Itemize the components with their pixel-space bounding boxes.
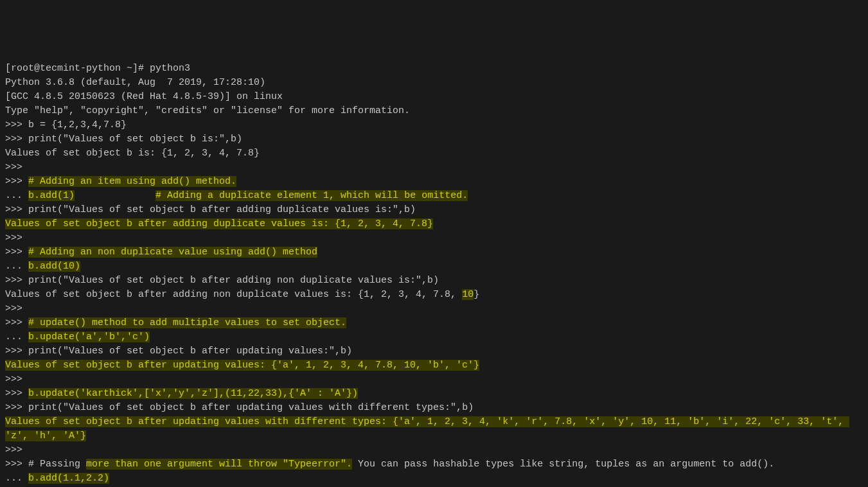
repl-line[interactable]: ... b.update('a','b','c'): [5, 330, 863, 344]
ps1-prompt: >>>: [5, 162, 28, 173]
comment-update: # update() method to add multiple values…: [28, 317, 346, 328]
ps1-prompt: >>>: [5, 134, 28, 145]
ps1-prompt: >>>: [5, 120, 28, 130]
ps2-prompt: ...: [5, 261, 28, 272]
repl-line[interactable]: >>> print("Values of set object b after …: [5, 203, 863, 217]
ps1-prompt: >>>: [5, 374, 28, 385]
ps2-prompt: ...: [5, 332, 28, 342]
repl-line[interactable]: >>> b = {1,2,3,4,7.8}: [5, 118, 863, 132]
code-add-nondup: b.add(10): [28, 261, 80, 272]
output-nondup: Values of set object b after adding non …: [5, 288, 863, 302]
ps1-prompt: >>>: [5, 247, 28, 258]
comment-add: # Adding an item using add() method.: [28, 176, 236, 187]
shell-command[interactable]: python3: [150, 63, 190, 74]
repl-blank[interactable]: >>>: [5, 231, 863, 245]
gcc-line: [GCC 4.8.5 20150623 (Red Hat 4.8.5-39)] …: [5, 90, 863, 104]
repl-line[interactable]: >>> b.update('karthick',['x','y','z'],(1…: [5, 387, 863, 401]
repl-line[interactable]: ... b.add(1.1,2.2): [5, 472, 863, 486]
code-bad-add: b.add(1.1,2.2): [28, 473, 109, 484]
ps1-prompt: >>>: [5, 402, 28, 413]
repl-line[interactable]: >>> print("Values of set object b after …: [5, 401, 863, 415]
ps1-prompt: >>>: [5, 303, 28, 314]
ps1-prompt: >>>: [5, 317, 28, 328]
ps1-prompt: >>>: [5, 275, 28, 286]
repl-line[interactable]: >>> # Adding an item using add() method.: [5, 175, 863, 189]
repl-line[interactable]: >>> print("Values of set object b after …: [5, 274, 863, 288]
code-print-dup: print("Values of set object b after addi…: [28, 204, 416, 215]
code-update-mixed: b.update('karthick',['x','y','z'],(11,22…: [28, 388, 358, 399]
code-add-duplicate: b.add(1): [28, 190, 75, 201]
ps2-prompt: ...: [5, 473, 28, 484]
ps2-prompt: ...: [5, 190, 28, 201]
ps1-prompt: >>>: [5, 346, 28, 357]
ps1-prompt: >>>: [5, 233, 28, 244]
shell-prompt-line: [root@tecmint-python ~]# python3: [5, 62, 863, 76]
comment-pad: [75, 190, 155, 201]
code-update: b.update('a','b','c'): [28, 332, 150, 342]
repl-line[interactable]: ... b.add(10): [5, 260, 863, 274]
repl-line[interactable]: >>> print("Values of set object b is:",b…: [5, 132, 863, 146]
comment-add-dup: # Adding a duplicate element 1, which wi…: [155, 190, 468, 201]
comment-nondup: # Adding an non duplicate value using ad…: [28, 247, 317, 258]
ps1-prompt: >>>: [5, 459, 28, 470]
comment-pass-prefix: # Passing: [28, 459, 86, 470]
output-update-mixed: Values of set object b after updating va…: [5, 415, 863, 443]
help-line: Type "help", "copyright", "credits" or "…: [5, 104, 863, 118]
output-update: Values of set object b after updating va…: [5, 359, 863, 373]
comment-pass-suffix: You can pass hashable types like string,…: [352, 459, 774, 470]
code-print-update: print("Values of set object b after upda…: [28, 346, 352, 357]
repl-blank[interactable]: >>>: [5, 373, 863, 387]
repl-blank[interactable]: >>>: [5, 161, 863, 175]
ps1-prompt: >>>: [5, 445, 28, 456]
output-initial: Values of set object b is: {1, 2, 3, 4, …: [5, 146, 863, 161]
code-print-update-mixed: print("Values of set object b after upda…: [28, 402, 474, 413]
repl-line[interactable]: >>> # Passing more than one argument wil…: [5, 457, 863, 472]
repl-blank[interactable]: >>>: [5, 443, 863, 457]
code-assign-b: b = {1,2,3,4,7.8}: [28, 120, 127, 130]
ps1-prompt: >>>: [5, 176, 28, 187]
ps1-prompt: >>>: [5, 388, 28, 399]
repl-line[interactable]: >>> print("Values of set object b after …: [5, 344, 863, 359]
comment-pass-highlight: more than one argument will throw "Typee…: [86, 459, 352, 470]
repl-line[interactable]: >>> # Adding an non duplicate value usin…: [5, 245, 863, 260]
code-print-b: print("Values of set object b is:",b): [28, 134, 242, 145]
output-dup: Values of set object b after adding dupl…: [5, 217, 863, 231]
repl-line[interactable]: >>> # update() method to add multiple va…: [5, 316, 863, 330]
shell-prompt: [root@tecmint-python ~]#: [5, 63, 150, 74]
code-print-nondup: print("Values of set object b after addi…: [28, 275, 439, 286]
repl-blank[interactable]: >>>: [5, 302, 863, 316]
new-value-10: 10: [462, 289, 474, 300]
repl-line[interactable]: ... b.add(1) # Adding a duplicate elemen…: [5, 189, 863, 203]
python-version: Python 3.6.8 (default, Aug 7 2019, 17:28…: [5, 76, 863, 90]
ps1-prompt: >>>: [5, 204, 28, 215]
